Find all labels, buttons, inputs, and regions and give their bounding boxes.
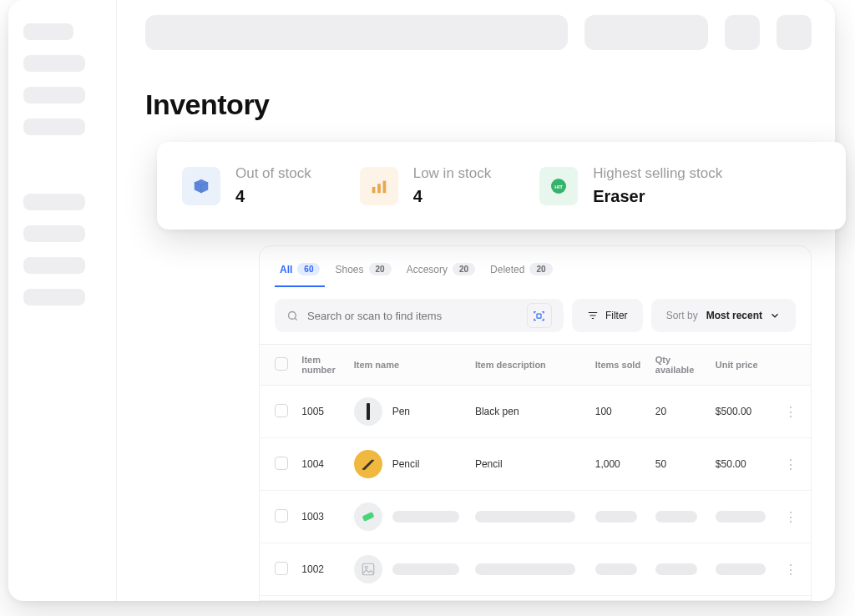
cell-unit-price: $50.00 <box>709 438 777 491</box>
cell-qty-available <box>649 543 709 596</box>
row-checkbox[interactable] <box>275 509 288 523</box>
cell-item-description <box>468 543 589 596</box>
row-checkbox[interactable] <box>275 457 288 470</box>
topbar <box>145 15 812 50</box>
stat-label: Out of stock <box>235 165 311 182</box>
stat-value: 4 <box>235 187 311 206</box>
tab-accessory[interactable]: Accesory 20 <box>402 258 480 287</box>
sidebar-item[interactable] <box>23 55 85 72</box>
cell-unit-price <box>709 543 777 596</box>
table-row[interactable]: 1002 ⋮ <box>260 543 811 596</box>
cell-items-sold: 1,000 <box>589 438 649 491</box>
svg-rect-9 <box>382 180 386 193</box>
tab-label: Deleted <box>490 264 524 275</box>
chevron-down-icon <box>769 310 781 321</box>
inventory-table-card: All 60 Shoes 20 Accesory 20 Deleted 20 <box>259 245 812 601</box>
col-item-number: Item number <box>295 345 347 386</box>
cell-item-description <box>468 596 589 602</box>
svg-rect-2 <box>367 403 370 420</box>
tab-label: Accesory <box>407 264 448 275</box>
topbar-square-button[interactable] <box>777 15 812 50</box>
cell-items-sold <box>589 491 649 543</box>
table-search[interactable] <box>275 299 564 332</box>
sidebar-item[interactable] <box>23 257 85 274</box>
cell-items-sold <box>589 543 649 596</box>
topbar-button[interactable] <box>584 15 708 50</box>
cell-item-description: Pencil <box>468 438 589 491</box>
sort-value: Most recent <box>706 310 762 321</box>
cell-unit-price: $500.00 <box>709 386 777 438</box>
stat-value: Eraser <box>593 187 722 206</box>
scan-button[interactable] <box>527 303 552 328</box>
cell-items-sold <box>589 596 649 602</box>
tab-shoes[interactable]: Shoes 20 <box>330 258 396 287</box>
tab-count-badge: 20 <box>529 263 552 275</box>
cell-items-sold: 100 <box>589 386 649 438</box>
row-more-button[interactable]: ⋮ <box>784 405 796 419</box>
topbar-search[interactable] <box>145 15 568 50</box>
col-items-sold: Items sold <box>589 345 649 386</box>
sidebar <box>8 0 117 601</box>
stat-out-of-stock: Out of stock 4 <box>182 165 311 206</box>
table-row[interactable]: 1003 ⋮ <box>260 491 811 543</box>
tabs: All 60 Shoes 20 Accesory 20 Deleted 20 <box>260 246 811 287</box>
col-unit-price: Unit price <box>709 345 777 386</box>
cell-item-number: 1004 <box>295 438 347 491</box>
page-title: Inventory <box>145 88 812 121</box>
svg-rect-7 <box>372 186 375 192</box>
tab-count-badge: 60 <box>297 263 320 275</box>
cell-item-description: Black pen <box>468 386 589 438</box>
svg-rect-8 <box>377 184 381 193</box>
topbar-square-button[interactable] <box>725 15 760 50</box>
cell-qty-available: 50 <box>649 438 709 491</box>
tab-count-badge: 20 <box>369 263 392 275</box>
sidebar-item[interactable] <box>23 87 85 104</box>
cell-qty-available: 20 <box>649 386 709 438</box>
stat-label: Highest selling stock <box>593 165 722 182</box>
row-more-button[interactable]: ⋮ <box>784 510 796 524</box>
sidebar-item[interactable] <box>23 225 85 242</box>
tab-all[interactable]: All 60 <box>275 258 325 287</box>
tab-deleted[interactable]: Deleted 20 <box>485 258 558 287</box>
filter-button[interactable]: Filter <box>572 299 643 332</box>
row-checkbox[interactable] <box>275 404 288 417</box>
table-row[interactable]: 1005 Pen Black pen 100 20 $500.00 ⋮ <box>260 386 811 438</box>
col-qty-available: Qty available <box>649 345 709 386</box>
stat-label: Low in stock <box>413 165 492 182</box>
tab-count-badge: 20 <box>453 263 475 275</box>
tab-label: Shoes <box>335 264 363 275</box>
filter-label: Filter <box>605 310 628 321</box>
col-item-name: Item name <box>347 345 468 386</box>
svg-text:HIT: HIT <box>554 184 563 189</box>
stat-value: 4 <box>413 187 492 206</box>
table-row[interactable]: 1004 Pencil Pencil 1,000 50 $50.00 ⋮ <box>260 438 811 491</box>
sidebar-item[interactable] <box>23 289 85 305</box>
search-input[interactable] <box>307 310 519 322</box>
search-icon <box>286 310 299 322</box>
stat-low-in-stock: Low in stock 4 <box>360 165 492 206</box>
cell-item-name: Pen <box>392 406 410 417</box>
row-checkbox[interactable] <box>275 562 288 575</box>
cell-item-description <box>468 491 589 543</box>
cell-item-name: Pencil <box>392 458 420 470</box>
stat-highest-selling: HIT Highest selling stock Eraser <box>539 165 722 206</box>
sort-button[interactable]: Sort by Most recent <box>651 299 796 332</box>
cell-item-number: 1001 <box>295 596 347 602</box>
cell-item-number: 1003 <box>295 491 347 543</box>
stats-card: Out of stock 4 Low in stock 4 HIT Highes… <box>157 142 846 230</box>
sidebar-item[interactable] <box>23 119 85 135</box>
bar-chart-icon <box>360 167 398 205</box>
select-all-checkbox[interactable] <box>275 357 288 371</box>
row-more-button[interactable]: ⋮ <box>784 563 796 577</box>
svg-point-0 <box>289 311 296 319</box>
sidebar-item[interactable] <box>23 194 85 210</box>
sidebar-item[interactable] <box>23 23 73 40</box>
box-icon <box>182 167 220 205</box>
scan-icon <box>533 310 545 322</box>
cell-qty-available <box>649 491 709 543</box>
table-row[interactable]: 1001 ⋮ <box>260 596 811 602</box>
svg-rect-1 <box>537 314 541 318</box>
cell-item-number: 1002 <box>295 543 347 596</box>
svg-point-5 <box>365 566 367 568</box>
row-more-button[interactable]: ⋮ <box>784 457 796 472</box>
